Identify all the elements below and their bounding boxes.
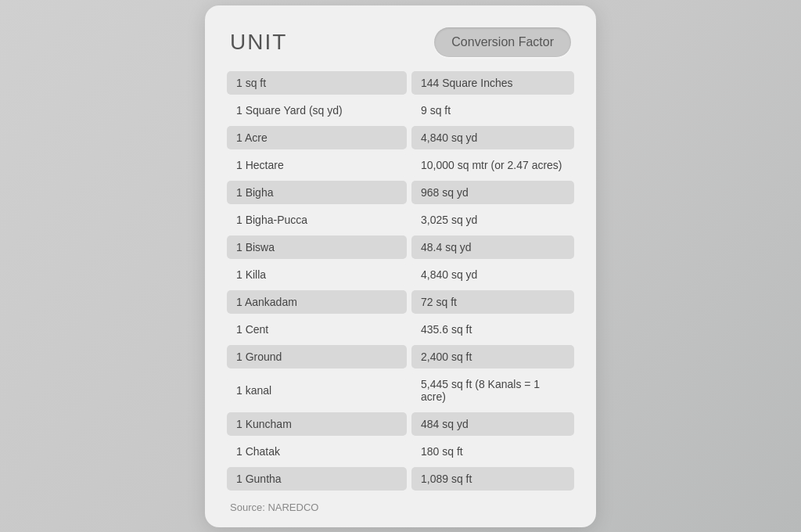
unit-cell: 1 sq ft (227, 71, 407, 95)
conversion-cell: 5,445 sq ft (8 Kanals = 1 acre) (411, 372, 574, 408)
unit-cell: 1 Bigha-Pucca (227, 208, 407, 232)
table-row: 1 Square Yard (sq yd)9 sq ft (227, 99, 574, 122)
conversion-cell: 4,840 sq yd (411, 263, 574, 286)
source-text: Source: NAREDCO (227, 501, 574, 513)
conversion-cell: 180 sq ft (411, 440, 574, 463)
header-row: UNIT Conversion Factor (227, 27, 574, 57)
table-row: 1 Biswa48.4 sq yd (227, 235, 574, 259)
conversion-cell: 3,025 sq yd (411, 208, 574, 232)
unit-cell: 1 Square Yard (sq yd) (227, 99, 407, 122)
table-row: 1 Kuncham484 sq yd (227, 412, 574, 436)
table-row: 1 Acre4,840 sq yd (227, 126, 574, 149)
conversion-cell: 9 sq ft (411, 99, 574, 122)
unit-cell: 1 Chatak (227, 440, 407, 463)
unit-cell: 1 Kuncham (227, 412, 407, 436)
main-card: UNIT Conversion Factor 1 sq ft144 Square… (205, 5, 596, 527)
conversion-cell: 48.4 sq yd (411, 235, 574, 259)
conversion-cell: 1,089 sq ft (411, 467, 574, 491)
conversion-cell: 435.6 sq ft (411, 318, 574, 341)
unit-cell: 1 Ground (227, 345, 407, 368)
unit-cell: 1 Biswa (227, 235, 407, 259)
conversion-table: 1 sq ft144 Square Inches1 Square Yard (s… (227, 71, 574, 491)
unit-cell: 1 Hectare (227, 153, 407, 177)
table-row: 1 Killa4,840 sq yd (227, 263, 574, 286)
unit-cell: 1 Cent (227, 318, 407, 341)
table-row: 1 sq ft144 Square Inches (227, 71, 574, 95)
unit-title: UNIT (230, 30, 287, 55)
conversion-cell: 144 Square Inches (411, 71, 574, 95)
unit-cell: 1 Killa (227, 263, 407, 286)
table-row: 1 Aankadam72 sq ft (227, 290, 574, 314)
conversion-cell: 4,840 sq yd (411, 126, 574, 149)
conversion-cell: 2,400 sq ft (411, 345, 574, 368)
unit-cell: 1 kanal (227, 379, 407, 402)
conversion-cell: 968 sq yd (411, 181, 574, 204)
table-row: 1 Cent435.6 sq ft (227, 318, 574, 341)
conversion-cell: 484 sq yd (411, 412, 574, 436)
conversion-factor-badge: Conversion Factor (434, 27, 571, 57)
conversion-cell: 72 sq ft (411, 290, 574, 314)
table-row: 1 Bigha-Pucca3,025 sq yd (227, 208, 574, 232)
unit-cell: 1 Aankadam (227, 290, 407, 314)
table-row: 1 Ground2,400 sq ft (227, 345, 574, 368)
table-row: 1 Guntha1,089 sq ft (227, 467, 574, 491)
unit-cell: 1 Guntha (227, 467, 407, 491)
table-row: 1 Chatak180 sq ft (227, 440, 574, 463)
conversion-cell: 10,000 sq mtr (or 2.47 acres) (411, 153, 574, 177)
table-row: 1 kanal5,445 sq ft (8 Kanals = 1 acre) (227, 372, 574, 408)
table-row: 1 Bigha968 sq yd (227, 181, 574, 204)
table-row: 1 Hectare10,000 sq mtr (or 2.47 acres) (227, 153, 574, 177)
unit-cell: 1 Acre (227, 126, 407, 149)
unit-cell: 1 Bigha (227, 181, 407, 204)
